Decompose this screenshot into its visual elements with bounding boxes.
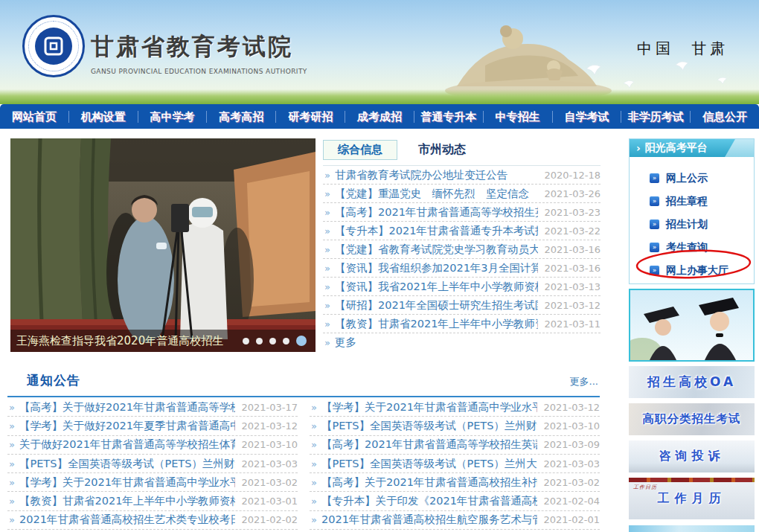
carousel-dot[interactable] (243, 338, 249, 344)
arrow-bullet-icon: » (9, 402, 15, 413)
notice-link[interactable]: 2021年甘肃省普通高校招生航空服务艺术与管理专业统 (321, 513, 537, 527)
notice-date: 2021-02-02 (241, 514, 298, 525)
news-date: 2021-03-16 (544, 263, 601, 274)
tab-general-info[interactable]: 综合信息 (323, 140, 397, 160)
arrow-bullet-icon: » (324, 263, 330, 274)
notice-item: »【高考】关于做好2021年甘肃省普通高等学校招生体检2021-03-17 (7, 398, 298, 417)
news-link[interactable]: 【党建】省教育考试院党史学习教育动员大会召开 (335, 243, 538, 257)
notices-title: 通知公告 (27, 372, 80, 389)
sidebar-link-label[interactable]: 网上公示 (666, 172, 708, 185)
nav-item-non-academic[interactable]: 非学历考试 (621, 111, 690, 123)
notice-link[interactable]: 【学考】关于2021年甘肃省普通高中学业水平考试信息 (321, 400, 537, 414)
news-date: 2021-03-23 (544, 207, 601, 218)
tab-city-news[interactable]: 市州动态 (418, 142, 466, 158)
arrow-square-icon: » (650, 266, 659, 275)
news-link[interactable]: 【资讯】我省组织参加2021年3月全国计算机等级考试 (335, 261, 538, 275)
nav-item-home[interactable]: 网站首页 (0, 111, 68, 123)
carousel-dot[interactable] (256, 338, 263, 344)
notice-item: »2021年甘肃省普通高校招生航空服务艺术与管理专业统2021-02-01 (310, 511, 600, 530)
arrow-bullet-icon: » (311, 477, 317, 488)
arrow-bullet-icon: » (311, 439, 317, 450)
nav-item-postgrad[interactable]: 研考研招 (275, 111, 345, 123)
notices-columns: »【高考】关于做好2021年甘肃省普通高等学校招生体检2021-03-17 »【… (7, 398, 600, 530)
news-more-row: »更多 (323, 333, 601, 352)
notice-link[interactable]: 【专升本】关于印发《2021年甘肃省普通高校高职（专科 (321, 494, 537, 508)
notice-date: 2021-03-17 (241, 402, 298, 413)
sidebar-item-admission-charter[interactable]: »招生章程 (650, 190, 754, 213)
news-item: »【资讯】我省组织参加2021年3月全国计算机等级考试2021-03-16 (323, 259, 601, 278)
arrow-bullet-icon: » (311, 402, 317, 413)
nav-item-org[interactable]: 机构设置 (68, 111, 138, 123)
news-link[interactable]: 【研招】2021年全国硕士研究生招生考试国家分数线 (335, 298, 538, 313)
arrow-bullet-icon: » (9, 514, 15, 525)
nav-item-gaokao[interactable]: 高考高招 (206, 111, 275, 123)
nav-item-zhuanshengben[interactable]: 普通专升本 (414, 111, 483, 123)
news-item: »【专升本】2021年甘肃省普通专升本考试报名重 要2021-03-22 (323, 222, 601, 240)
news-more-link[interactable]: 更多 (335, 336, 601, 350)
carousel-dot-active[interactable] (296, 336, 307, 346)
grass-strip (0, 89, 759, 104)
notice-date: 2021-03-02 (543, 477, 600, 488)
header-notch-decoration (725, 139, 754, 157)
notice-link[interactable]: 【学考】关于做好2021年夏季甘肃省普通高中学业水平 (19, 419, 235, 433)
sidebar-panel-header: › 阳光高考平台 (630, 139, 754, 157)
news-date: 2021-03-22 (544, 225, 601, 237)
nav-item-adult-exam[interactable]: 成考成招 (345, 111, 414, 123)
notice-link[interactable]: 【学考】关于2021年甘肃省普通高中学业水平考试科目 (19, 475, 235, 490)
arrow-bullet-icon: » (9, 477, 15, 488)
graduates-photo[interactable] (629, 289, 755, 362)
sidebar-link-label[interactable]: 考生查询 (666, 241, 708, 254)
notices-more-link[interactable]: 更多... (570, 375, 598, 388)
banner-consult-complaint[interactable]: 咨询投诉 (629, 440, 755, 472)
sidebar-panel-title: 阳光高考平台 (645, 141, 708, 155)
news-link[interactable]: 【党建】重温党史 缅怀先烈 坚定信念 砥砺前 (335, 187, 538, 201)
notice-link[interactable]: 【教资】甘肃省2021年上半年中小学教师资格考试（笔试 (19, 494, 235, 508)
calendar-small-label: 工作日历 (633, 484, 657, 491)
news-link[interactable]: 【教资】甘肃省2021年上半年中小学教师资格考试(笔 (335, 317, 538, 331)
notice-item: »【学考】关于2021年甘肃省普通高中学业水平考试信息2021-03-12 (310, 398, 600, 417)
notice-item: »【学考】关于2021年甘肃省普通高中学业水平考试科目2021-03-02 (7, 473, 298, 492)
arrow-bullet-icon: » (9, 420, 15, 432)
sidebar-link-label[interactable]: 招生章程 (666, 195, 708, 208)
notices-left-column: »【高考】关于做好2021年甘肃省普通高等学校招生体检2021-03-17 »【… (7, 398, 298, 530)
notice-link[interactable]: 2021年甘肃省普通高校招生艺术类专业校考日程安排表 (19, 513, 235, 527)
news-link[interactable]: 【专升本】2021年甘肃省普通专升本考试报名重 要 (335, 224, 538, 238)
banner-vocational-admissions[interactable]: 高职分类招生考试 (629, 403, 755, 435)
nav-item-hs-exam[interactable]: 高中学考 (138, 111, 207, 123)
notice-link[interactable]: 【PETS】全国英语等级考试（PETS）兰州财经大学考点入 (19, 457, 235, 471)
arrow-bullet-icon: » (324, 337, 330, 348)
sidebar-link-label[interactable]: 网上办事大厅 (666, 264, 728, 278)
news-link[interactable]: 【高考】2021年甘肃省普通高等学校招生英语听力测 (335, 205, 538, 219)
notice-link[interactable]: 【高考】2021年甘肃省普通高等学校招生英语听力测试 (321, 438, 537, 452)
sidebar-item-online-service-hall[interactable]: »网上办事大厅 (650, 259, 754, 282)
notice-link[interactable]: 关于做好2021年甘肃省普通高等学校招生体育类专业统 (19, 438, 235, 452)
news-item: »【高考】2021年甘肃省普通高等学校招生英语听力测2021-03-23 (323, 203, 601, 222)
news-date: 2021-03-26 (544, 188, 601, 199)
notice-link[interactable]: 【PETS】全国英语等级考试（PETS）兰州大学考点入校须 (321, 457, 537, 471)
carousel-dot[interactable] (283, 338, 289, 344)
banner-work-calendar[interactable]: 工作月历 工作日历 (629, 478, 755, 519)
nav-item-self-study[interactable]: 自学考试 (552, 111, 621, 123)
notices-section: 通知公告 更多... »【高考】关于做好2021年甘肃省普通高等学校招生体检20… (7, 372, 600, 530)
sidebar-link-label[interactable]: 招生计划 (666, 218, 708, 231)
nav-item-secondary[interactable]: 中专招生 (483, 111, 552, 123)
nav-item-info-disclosure[interactable]: 信息公开 (690, 111, 759, 123)
photo-carousel[interactable]: ‹ › 王海燕检查指导我省2020年普通高校招生 (10, 138, 316, 352)
page: 甘肃省教育考试院 GANSU PROVINCIAL EDUCATION EXAM… (0, 0, 759, 532)
news-link[interactable]: 甘肃省教育考试院办公地址变迁公告 (335, 168, 538, 182)
carousel-dot[interactable] (269, 338, 276, 344)
banner-label: 咨询投诉 (659, 449, 725, 464)
news-panel: 综合信息 市州动态 »甘肃省教育考试院办公地址变迁公告2020-12-18 »【… (323, 140, 601, 352)
sidebar-item-candidate-query[interactable]: »考生查询 (650, 236, 754, 259)
chevron-right-icon: › (636, 142, 641, 154)
notice-link[interactable]: 【高考】关于2021年甘肃省普通高校招生补报名工作的 (321, 475, 537, 490)
sidebar-item-admission-plan[interactable]: »招生计划 (650, 213, 754, 236)
banner-admissions-oa[interactable]: 招生高校OA (629, 366, 755, 398)
notice-link[interactable]: 【PETS】全国英语等级考试（PETS）兰州财经大学考点入 (321, 419, 537, 433)
sidebar-links: »网上公示 »招生章程 »招生计划 »考生查询 »网上办事大厅 (630, 157, 754, 282)
arrow-bullet-icon: » (324, 244, 330, 255)
carousel-caption[interactable]: 王海燕检查指导我省2020年普通高校招生 (16, 334, 243, 348)
notice-link[interactable]: 【高考】关于做好2021年甘肃省普通高等学校招生体检 (19, 400, 235, 414)
sidebar-item-online-publicity[interactable]: »网上公示 (650, 167, 754, 190)
news-link[interactable]: 【资讯】我省2021年上半年中小学教师资格考试（笔试 (335, 280, 538, 294)
